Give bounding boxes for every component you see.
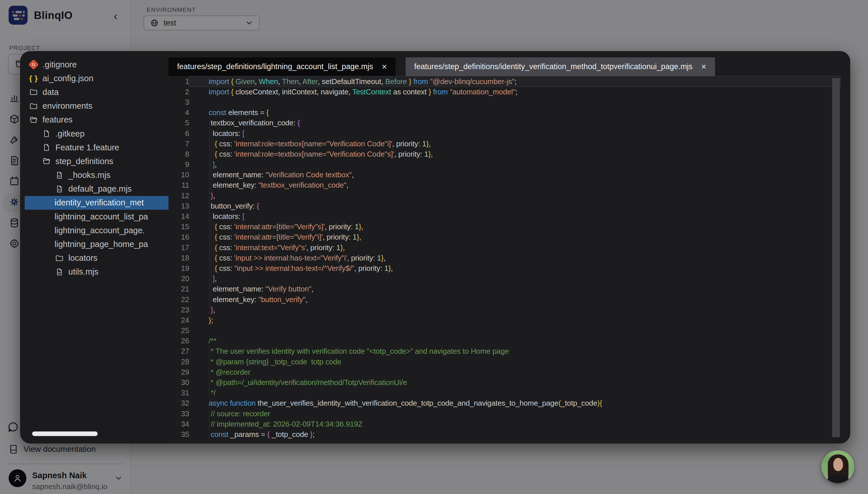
package-icon[interactable] <box>7 112 22 127</box>
code-line[interactable]: 17 { css: 'internal:text="Verify"s', pri… <box>168 242 850 253</box>
globe-icon <box>150 18 159 27</box>
file-tree-item[interactable]: Feature 1.feature <box>25 140 168 154</box>
code-line[interactable]: 27 * The user verifies identity with ver… <box>168 346 850 357</box>
user-menu-chevron-icon[interactable] <box>114 474 123 482</box>
code-line[interactable]: 31 */ <box>168 388 850 398</box>
code-line[interactable]: 25 <box>168 326 850 336</box>
file-tree-item[interactable]: { }ai_config.json <box>25 72 168 85</box>
file-tree-item[interactable]: data <box>25 85 168 99</box>
json-icon: { } <box>29 73 38 83</box>
code-line[interactable]: 19 { css: "input >> internal:has-text=/^… <box>168 263 850 273</box>
file-tree-item[interactable]: .gitkeep <box>25 127 168 140</box>
code-line[interactable]: 20 ], <box>168 274 850 284</box>
tab-close-icon[interactable]: × <box>382 62 387 71</box>
code-line[interactable]: 26/** <box>168 336 850 346</box>
tab-close-icon[interactable]: × <box>701 62 706 71</box>
code-line[interactable]: 16 { css: 'internal:attr=[title="Verify"… <box>168 232 850 242</box>
code-line[interactable]: 8 { css: 'internal:role=textbox[name="Ve… <box>168 149 850 159</box>
sidebar-collapse-icon[interactable]: ‹ <box>114 10 117 22</box>
code-file-icon <box>55 184 64 194</box>
line-number: 9 <box>168 160 189 169</box>
code-line-text: // implemented_at: 2026-02-09T14:34:36.9… <box>189 419 841 429</box>
file-tree-item[interactable]: utils.mjs <box>25 265 168 279</box>
code-line[interactable]: 33 // source: recorder <box>168 408 850 419</box>
file-tree-item[interactable]: lightning_account_page. <box>25 224 168 237</box>
tab-lightning-account-list-page[interactable]: features/step_definitions/lightning_acco… <box>168 57 395 76</box>
code-line[interactable]: 1import { Given, When, Then, After, setD… <box>168 76 850 87</box>
folder-open-icon <box>29 115 38 125</box>
tab-identity-verification-method-totpverificationui-page[interactable]: features/step_definitions/identity_verif… <box>406 57 715 76</box>
file-tree-item[interactable]: identity_verification_met <box>25 196 168 210</box>
file-tree-item[interactable]: step_definitions <box>25 154 168 168</box>
code-line[interactable]: 13 button_verify: { <box>168 201 850 211</box>
file-tree-label: features <box>42 115 73 125</box>
line-number: 8 <box>168 150 189 159</box>
code-line[interactable]: 5 textbox_verification_code: { <box>168 118 850 128</box>
line-number: 18 <box>168 253 189 263</box>
file-tree-item[interactable]: lightning_account_list_pa <box>25 210 168 224</box>
folder-icon <box>29 101 38 111</box>
environment-select[interactable]: test <box>144 16 260 31</box>
line-number: 3 <box>168 98 189 107</box>
line-number: 14 <box>168 212 189 221</box>
file-tree-item[interactable]: lightning_page_home_pa <box>25 237 168 251</box>
editor-vertical-scrollbar[interactable] <box>832 78 840 437</box>
file-tree-item[interactable]: features <box>25 113 168 127</box>
file-tree-label: utils.mjs <box>68 267 98 277</box>
code-line-text: import { Given, When, Then, After, setDe… <box>189 76 841 87</box>
git-icon <box>29 60 38 70</box>
code-line[interactable]: 11 element_key: "textbox_verification_co… <box>168 180 850 190</box>
code-line-text: }, <box>189 190 841 201</box>
database-icon[interactable] <box>7 215 22 230</box>
tab-label: features/step_definitions/identity_verif… <box>414 62 692 71</box>
code-line[interactable]: 18 { css: 'input >> internal:has-text="V… <box>168 253 850 263</box>
file-tree-label: step_definitions <box>55 157 113 166</box>
file-tree-item[interactable]: .gitignore <box>25 58 168 72</box>
code-line[interactable]: 14 locators: [ <box>168 211 850 222</box>
code-line[interactable]: 34 // implemented_at: 2026-02-09T14:34:3… <box>168 419 850 429</box>
code-line-text: { css: 'internal:text="Verify"s', priori… <box>189 242 841 253</box>
code-line[interactable]: 7 { css: 'internal:role=textbox[name="Ve… <box>168 138 850 149</box>
code-line[interactable]: 24}; <box>168 315 850 325</box>
code-line[interactable]: 28 * @param {string} _totp_code totp cod… <box>168 357 850 367</box>
file-tree-item[interactable]: default_page.mjs <box>25 182 168 196</box>
tools-icon[interactable] <box>7 132 22 147</box>
code-line[interactable]: 3 <box>168 97 850 107</box>
code-line-text: /** <box>189 336 841 346</box>
code-line[interactable]: 30 * @path=/_ui/identity/verification/me… <box>168 377 850 387</box>
code-line[interactable]: 32async function the_user_verifies_ident… <box>168 398 850 408</box>
code-editor[interactable]: 1import { Given, When, Then, After, setD… <box>168 76 850 443</box>
line-number: 15 <box>168 222 189 231</box>
code-line[interactable]: 4const elements = { <box>168 108 850 118</box>
code-line[interactable]: 21 element_name: "Verify button", <box>168 284 850 294</box>
code-line[interactable]: 12 }, <box>168 190 850 201</box>
code-line[interactable]: 9 ], <box>168 159 850 170</box>
file-tree-label: .gitkeep <box>55 129 85 138</box>
code-file-icon <box>55 267 64 277</box>
code-line-text: locators: [ <box>189 128 841 138</box>
automation-icon[interactable] <box>7 194 22 209</box>
code-line[interactable]: 2import { closeContext, initContext, nav… <box>168 87 850 97</box>
code-line[interactable]: 23 }, <box>168 305 850 315</box>
code-line[interactable]: 15 { css: 'internal:attr=[title="Verify"… <box>168 222 850 232</box>
file-tree-item[interactable]: environments <box>25 99 168 113</box>
line-number: 7 <box>168 139 189 148</box>
report-icon[interactable] <box>7 153 22 168</box>
view-documentation-link[interactable]: View documentation <box>8 444 96 454</box>
environment-header: ENVIRONMENT test <box>132 0 868 36</box>
code-line-text: { css: 'internal:role=textbox[name="Veri… <box>189 149 841 159</box>
settings-icon[interactable] <box>7 236 22 251</box>
calendar-icon[interactable] <box>7 173 22 188</box>
code-line[interactable]: 22 element_key: "button_verify", <box>168 294 850 305</box>
file-tree-item[interactable]: locators <box>25 251 168 265</box>
code-line[interactable]: 6 locators: [ <box>168 128 850 138</box>
code-line[interactable]: 10 element_name: "Verification Code text… <box>168 170 850 180</box>
support-avatar[interactable] <box>821 450 854 483</box>
line-number: 25 <box>168 326 189 335</box>
code-line[interactable]: 29 * @recorder <box>168 367 850 377</box>
analytics-icon[interactable] <box>7 90 22 105</box>
code-line-text: textbox_verification_code: { <box>189 118 841 128</box>
code-line[interactable]: 35 const _params = { _totp_code }; <box>168 429 850 439</box>
tree-horizontal-scrollbar[interactable] <box>32 432 97 436</box>
file-tree-item[interactable]: _hooks.mjs <box>25 168 168 182</box>
